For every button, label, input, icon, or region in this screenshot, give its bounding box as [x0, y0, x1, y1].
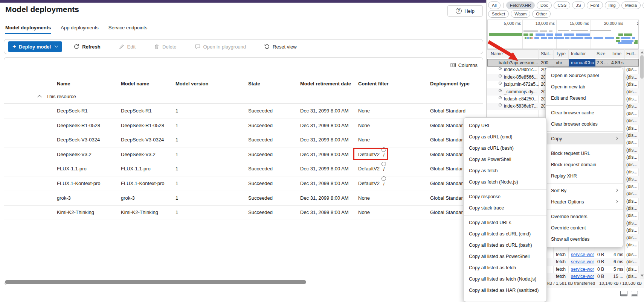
model-name-link[interactable]: DeepSeek-V3.2: [121, 147, 156, 162]
request-fulfilled: (dis...: [626, 213, 637, 218]
net-col-initiator[interactable]: Initiator: [571, 51, 586, 56]
filter-pill-img[interactable]: Img: [605, 2, 620, 9]
menu-item-replay-xhr[interactable]: Replay XHR: [546, 170, 623, 182]
help-button[interactable]: ? Help: [447, 5, 483, 17]
request-status: 200: [541, 60, 548, 65]
retirement-date: Dec 31, 2099 8:00 AM: [300, 205, 349, 220]
menu-item-open-in-new-tab[interactable]: Open in new tab: [546, 81, 623, 93]
col-header-retirement-date[interactable]: Model retirement date: [300, 81, 351, 87]
request-initiator-cell[interactable]: manualChu: [569, 59, 595, 67]
deployment-name-link[interactable]: DeepSeek-V3.2: [57, 147, 92, 162]
filter-pill-media[interactable]: Media: [621, 2, 641, 9]
deployment-name-link[interactable]: DeepSeek-V3-0324: [57, 133, 100, 147]
col-header-name[interactable]: Name: [57, 81, 70, 87]
menu-item-clear-browser-cache[interactable]: Clear browser cache: [546, 107, 623, 118]
menu-item-copy-as-fetch-node-js[interactable]: Copy as fetch (Node.js): [464, 176, 546, 188]
menu-item-copy-all-listed-as-fetch-node-js[interactable]: Copy all listed as fetch (Node.js): [464, 273, 546, 285]
deployment-name-link[interactable]: Kimi-K2-Thinking: [57, 205, 94, 220]
columns-button[interactable]: Columns: [450, 60, 478, 70]
menu-item-copy-url[interactable]: Copy URL: [464, 120, 546, 131]
waterfall-bar: [571, 30, 588, 31]
info-icon[interactable]: i: [382, 162, 386, 166]
filter-pill-all[interactable]: All: [488, 2, 501, 9]
retirement-date: Dec 31, 2099 8:00 AM: [300, 191, 349, 205]
deployment-name-link[interactable]: DeepSeek-R1: [57, 104, 88, 118]
filter-pill-socket[interactable]: Socket: [488, 10, 509, 18]
scrollbar-thumb[interactable]: [640, 55, 644, 79]
refresh-button[interactable]: Refresh: [70, 41, 104, 52]
menu-item-override-headers[interactable]: Override headers: [546, 211, 623, 222]
menu-item-edit-and-resend[interactable]: Edit and Resend: [546, 93, 623, 104]
filter-pill-wasm[interactable]: Wasm: [511, 10, 530, 18]
menu-item-copy[interactable]: Copy: [546, 133, 623, 144]
waterfall-bar: [549, 30, 552, 32]
menu-item-block-request-domain[interactable]: Block request domain: [546, 159, 623, 170]
deploy-model-button[interactable]: + Deploy model: [8, 41, 62, 52]
menu-item-override-content[interactable]: Override content: [546, 222, 623, 234]
menu-separator: [546, 105, 623, 106]
filter-pill-doc[interactable]: Doc: [537, 2, 552, 9]
filter-pill-font[interactable]: Font: [587, 2, 603, 9]
menu-item-copy-all-listed-as-fetch[interactable]: Copy all listed as fetch: [464, 262, 546, 273]
menu-item-copy-all-listed-as-powershell[interactable]: Copy all listed as PowerShell: [464, 251, 546, 262]
reset-icon: [264, 44, 270, 50]
group-row-this-resource[interactable]: This resource: [4, 89, 483, 104]
menu-item-copy-all-listed-urls[interactable]: Copy all listed URLs: [464, 217, 546, 228]
deployment-name-link[interactable]: DeepSeek-R1-0528: [57, 118, 100, 133]
deployment-name-link[interactable]: FLUX.1-Kontext-pro: [57, 176, 101, 191]
filter-pill-css[interactable]: CSS: [554, 2, 570, 9]
col-header-state[interactable]: State: [248, 81, 260, 87]
dock-panel-icon[interactable]: [620, 291, 627, 296]
horizontal-scrollbar[interactable]: [5, 280, 306, 284]
net-col-fulfilled[interactable]: Fulf...: [626, 51, 638, 56]
scroll-up-icon[interactable]: [641, 51, 644, 53]
menu-item-copy-as-fetch[interactable]: Copy as fetch: [464, 165, 546, 176]
request-size: 0 B: [597, 252, 604, 257]
refresh-label: Refresh: [82, 44, 100, 50]
request-fulfilled: (dis...: [626, 126, 637, 131]
menu-item-copy-as-curl-bash[interactable]: Copy as cURL (bash): [464, 143, 546, 154]
tab-service-endpoints[interactable]: Service endpoints: [108, 25, 147, 34]
filter-pill-fetch-xhr[interactable]: Fetch/XHR: [506, 2, 535, 9]
menu-item-block-request-url[interactable]: Block request URL: [546, 148, 623, 159]
filter-pill-manifest[interactable]: Manifest: [642, 2, 644, 9]
menu-item-copy-all-listed-as-curl-cmd[interactable]: Copy all listed as cURL (cmd): [464, 228, 546, 240]
request-initiator-link[interactable]: service-wor: [571, 252, 594, 257]
filter-pill-other[interactable]: Other: [532, 10, 551, 18]
menu-item-copy-response[interactable]: Copy response: [464, 191, 546, 202]
reset-view-button[interactable]: Reset view: [260, 41, 301, 52]
open-in-playground-button[interactable]: Open in playground: [191, 41, 250, 52]
menu-item-header-options[interactable]: Header Options: [546, 196, 623, 208]
col-header-model-name[interactable]: Model name: [121, 81, 149, 87]
vertical-scrollbar[interactable]: [639, 49, 644, 279]
menu-item-sort-by[interactable]: Sort By: [546, 185, 623, 196]
net-col-size[interactable]: Size: [597, 51, 605, 56]
menu-item-show-all-overrides[interactable]: Show all overrides: [546, 234, 623, 245]
menu-item-clear-browser-cookies[interactable]: Clear browser cookies: [546, 118, 623, 130]
dock-panel-icon-2[interactable]: [631, 291, 638, 296]
deployment-name-link[interactable]: FLUX-1.1-pro: [57, 162, 87, 176]
scroll-down-icon[interactable]: [641, 275, 644, 277]
request-initiator-link[interactable]: service-wor: [571, 267, 594, 272]
tab-app-deployments[interactable]: App deployments: [61, 25, 98, 34]
net-col-time[interactable]: Time: [612, 51, 621, 56]
net-col-status[interactable]: Stat...: [541, 51, 552, 56]
col-header-model-version[interactable]: Model version: [175, 81, 208, 87]
request-initiator-link[interactable]: service-wor: [571, 259, 594, 264]
filter-pill-js[interactable]: JS: [572, 2, 584, 9]
delete-button[interactable]: Delete: [150, 41, 180, 52]
net-col-type[interactable]: Type: [556, 51, 566, 56]
info-icon[interactable]: i: [382, 176, 386, 181]
col-header-deployment-type[interactable]: Deployment type: [430, 81, 470, 87]
menu-item-copy-as-powershell[interactable]: Copy as PowerShell: [464, 154, 546, 165]
tab-model-deployments[interactable]: Model deployments: [5, 25, 51, 34]
model-name: grok-3: [121, 191, 135, 205]
deployment-name-link[interactable]: grok-3: [57, 191, 71, 205]
menu-item-copy-as-curl-cmd[interactable]: Copy as cURL (cmd): [464, 131, 546, 143]
menu-item-copy-stack-trace[interactable]: Copy stack trace: [464, 202, 546, 214]
col-header-content-filter[interactable]: Content filter: [358, 81, 389, 87]
menu-item-open-in-sources-panel[interactable]: Open in Sources panel: [546, 70, 623, 81]
menu-item-copy-all-listed-as-har-sanitized[interactable]: Copy all listed as HAR (sanitized): [464, 285, 546, 296]
edit-button[interactable]: Edit: [115, 41, 139, 52]
menu-item-copy-all-listed-as-curl-bash[interactable]: Copy all listed as cURL (bash): [464, 240, 546, 251]
